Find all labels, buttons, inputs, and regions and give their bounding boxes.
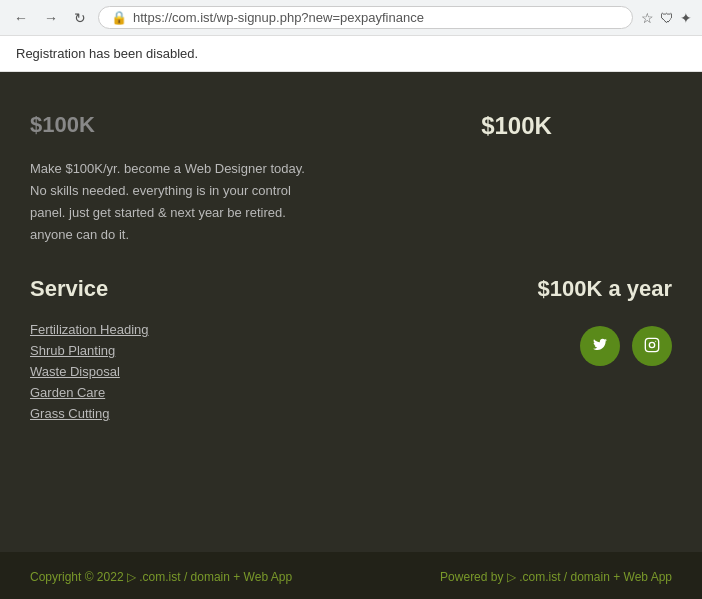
description: Make $100K/yr. become a Web Designer tod… xyxy=(30,158,341,246)
forward-button[interactable]: → xyxy=(40,8,62,28)
twitter-icon xyxy=(592,336,608,356)
top-section: $100K Make $100K/yr. become a Web Design… xyxy=(30,112,672,246)
refresh-button[interactable]: ↻ xyxy=(70,8,90,28)
lock-icon: 🔒 xyxy=(111,10,127,25)
main-content: $100K Make $100K/yr. become a Web Design… xyxy=(0,72,702,552)
shield-icon: 🛡 xyxy=(660,10,674,26)
list-item[interactable]: Fertilization Heading xyxy=(30,322,149,337)
browser-toolbar: ☆ 🛡 ✦ xyxy=(641,10,692,26)
browser-chrome: ← → ↻ 🔒 https://com.ist/wp-signup.php?ne… xyxy=(0,0,702,36)
list-item[interactable]: Garden Care xyxy=(30,385,149,400)
middle-section: Service $100K a year xyxy=(30,276,672,302)
footer-left: Copyright © 2022 ▷ .com.ist / domain + W… xyxy=(30,570,292,584)
url-bar[interactable]: 🔒 https://com.ist/wp-signup.php?new=pexp… xyxy=(98,6,633,29)
footer-right: Powered by ▷ .com.ist / domain + Web App xyxy=(440,570,672,584)
powered-by-text: Powered by xyxy=(440,570,507,584)
notification-message: Registration has been disabled. xyxy=(16,46,198,61)
svg-point-1 xyxy=(649,342,654,347)
footer-brand-right: .com.ist / domain + Web App xyxy=(516,570,672,584)
instagram-icon xyxy=(644,337,660,356)
copyright-text: Copyright © 2022 xyxy=(30,570,127,584)
notification-bar: Registration has been disabled. xyxy=(0,36,702,72)
price-year: $100K a year xyxy=(537,276,672,302)
url-text: https://com.ist/wp-signup.php?new=pexpay… xyxy=(133,10,424,25)
brand-arrow-left: ▷ xyxy=(127,570,136,584)
footer-brand-left: .com.ist / domain + Web App xyxy=(136,570,292,584)
bookmark-icon[interactable]: ☆ xyxy=(641,10,654,26)
instagram-button[interactable] xyxy=(632,326,672,366)
right-col: $100K xyxy=(361,112,672,246)
content-bottom: Fertilization Heading Shrub Planting Was… xyxy=(30,322,672,427)
list-item[interactable]: Waste Disposal xyxy=(30,364,149,379)
left-col: $100K Make $100K/yr. become a Web Design… xyxy=(30,112,361,246)
twitter-button[interactable] xyxy=(580,326,620,366)
list-item[interactable]: Shrub Planting xyxy=(30,343,149,358)
footer: Copyright © 2022 ▷ .com.ist / domain + W… xyxy=(0,552,702,599)
service-list: Fertilization Heading Shrub Planting Was… xyxy=(30,322,149,427)
extension-icon: ✦ xyxy=(680,10,692,26)
svg-point-2 xyxy=(655,341,656,342)
svg-rect-0 xyxy=(645,338,658,351)
price-faded: $100K xyxy=(30,112,341,138)
back-button[interactable]: ← xyxy=(10,8,32,28)
list-item[interactable]: Grass Cutting xyxy=(30,406,149,421)
social-icons xyxy=(580,322,672,427)
brand-arrow-right: ▷ xyxy=(507,570,516,584)
price-bold: $100K xyxy=(361,112,672,140)
service-heading: Service xyxy=(30,276,108,302)
